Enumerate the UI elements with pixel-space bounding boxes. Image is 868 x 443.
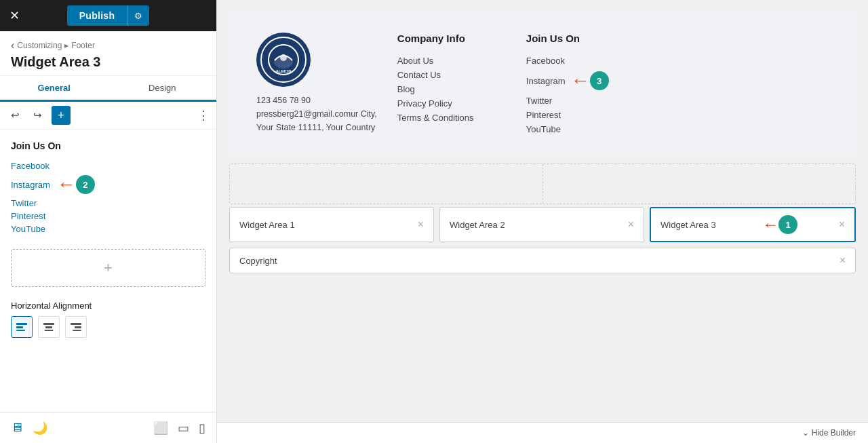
align-center-icon[interactable] [38, 316, 60, 338]
view-icons: ⬜ ▭ ▯ [153, 421, 205, 436]
svg-rect-7 [75, 326, 81, 328]
bottom-bar: 🖥 🌙 ⬜ ▭ ▯ [0, 412, 216, 443]
top-bar: ✕ Publish ⚙ [0, 0, 216, 31]
svg-rect-4 [45, 326, 52, 328]
logo-circle: ALBION [256, 33, 311, 87]
annotation-circle-2: 2 [76, 175, 95, 194]
widget-areas-row: Widget Area 1 × Widget Area 2 × Widget A… [229, 207, 856, 242]
alignment-icons [11, 316, 205, 338]
annotation-circle-3: 3 [590, 71, 609, 90]
alignment-label: Horizontal Alignment [11, 301, 205, 311]
tab-design[interactable]: Design [108, 76, 217, 102]
annotation-2: ← 2 [57, 174, 95, 195]
svg-rect-1 [16, 326, 23, 328]
svg-rect-2 [16, 330, 25, 331]
logo-inner: ALBION [260, 37, 307, 83]
footer-link-blog[interactable]: Blog [397, 82, 506, 96]
footer-link-privacy[interactable]: Privacy Policy [397, 96, 506, 111]
add-widget-button[interactable]: + [11, 249, 205, 287]
footer-preview: ALBION 123 456 78 90 pressberg21@gmail.c… [229, 12, 856, 157]
panel-content: Join Us On Facebook Instagram ← 2 Twitte… [0, 130, 216, 412]
publish-group: Publish ⚙ [67, 5, 150, 26]
svg-rect-6 [71, 323, 81, 325]
footer-nav-links: About Us Contact Us Blog Privacy Policy … [397, 54, 506, 125]
section-title: Join Us On [11, 140, 205, 151]
svg-rect-5 [45, 330, 54, 331]
back-button[interactable]: ‹ [11, 39, 14, 52]
widget-area-3-close[interactable]: × [839, 219, 845, 230]
annotation-3: ← 3 [571, 70, 609, 92]
copyright-close[interactable]: × [840, 255, 846, 266]
annotation-circle-1: 1 [778, 215, 797, 234]
link-instagram[interactable]: Instagram ← 2 [11, 172, 205, 197]
widget-area-1-close[interactable]: × [418, 219, 424, 230]
hide-builder-bar: ⌄ Hide Builder [217, 422, 868, 443]
footer-social-youtube[interactable]: YouTube [526, 122, 621, 136]
social-link-list: Facebook Instagram ← 2 Twitter Pinterest… [11, 159, 205, 235]
widget-area-2-close[interactable]: × [628, 219, 634, 230]
footer-nav-col: Company Info About Us Contact Us Blog Pr… [397, 33, 506, 136]
publish-button[interactable]: Publish [67, 5, 127, 26]
close-button[interactable]: ✕ [9, 9, 20, 22]
social-title: Join Us On [526, 33, 621, 44]
widget-area-2[interactable]: Widget Area 2 × [439, 207, 644, 242]
arrow-icon-1: ← [762, 215, 776, 234]
tabs-row: General Design [0, 76, 216, 102]
svg-rect-3 [43, 323, 54, 325]
hide-builder-button[interactable]: ⌄ Hide Builder [802, 428, 856, 438]
link-facebook[interactable]: Facebook [11, 159, 205, 172]
undo-button[interactable]: ↩ [7, 107, 24, 124]
toolbar: ↩ ↪ + ⋮ [0, 102, 216, 130]
link-pinterest[interactable]: Pinterest [11, 210, 205, 223]
add-button[interactable]: + [52, 106, 71, 125]
breadcrumb-section: Footer [71, 41, 95, 50]
widget-area-1[interactable]: Widget Area 1 × [229, 207, 434, 242]
redo-button[interactable]: ↪ [29, 107, 46, 124]
company-info-title: Company Info [397, 33, 506, 44]
footer-social-instagram[interactable]: Instagram ← 3 [526, 68, 621, 94]
breadcrumb-area: ‹ Customizing ▸ Footer Widget Area 3 [0, 31, 216, 76]
link-youtube[interactable]: YouTube [11, 223, 205, 235]
main-area: ALBION 123 456 78 90 pressberg21@gmail.c… [217, 0, 868, 443]
copyright-row[interactable]: Copyright × [229, 248, 856, 273]
more-button[interactable]: ⋮ [197, 108, 210, 123]
annotation-1-inline: ← 1 [762, 215, 797, 234]
align-left-icon[interactable] [11, 316, 33, 338]
moon-icon[interactable]: 🌙 [33, 421, 47, 436]
align-right-icon[interactable] [65, 316, 87, 338]
breadcrumb: ‹ Customizing ▸ Footer [11, 39, 205, 52]
footer-link-contact[interactable]: Contact Us [397, 68, 506, 82]
mobile-icon[interactable]: ▯ [199, 421, 205, 436]
breadcrumb-separator: ▸ [64, 41, 68, 50]
customizing-label: Customizing [17, 41, 62, 50]
footer-social-twitter[interactable]: Twitter [526, 94, 621, 108]
left-panel: ✕ Publish ⚙ ‹ Customizing ▸ Footer Widge… [0, 0, 217, 443]
tab-general[interactable]: General [0, 76, 108, 102]
footer-link-about[interactable]: About Us [397, 54, 506, 68]
widget-spacer [229, 163, 856, 204]
device-icons: 🖥 🌙 [11, 421, 47, 436]
footer-logo-col: ALBION 123 456 78 90 pressberg21@gmail.c… [256, 33, 377, 136]
footer-social-col: Join Us On Facebook Instagram ← 3 Twitte… [526, 33, 621, 136]
footer-contact: 123 456 78 90 pressberg21@gmail.comur Ci… [256, 94, 377, 134]
arrow-icon-3: ← [571, 70, 587, 92]
svg-rect-0 [16, 323, 27, 325]
tablet-icon[interactable]: ▭ [178, 421, 189, 436]
settings-button[interactable]: ⚙ [127, 5, 149, 26]
desktop-icon[interactable]: 🖥 [11, 421, 23, 436]
svg-text:ALBION: ALBION [276, 69, 292, 73]
footer-link-terms[interactable]: Terms & Conditions [397, 111, 506, 125]
panel-title: Widget Area 3 [11, 54, 205, 70]
footer-social-pinterest[interactable]: Pinterest [526, 108, 621, 122]
footer-social-facebook[interactable]: Facebook [526, 54, 621, 68]
footer-social-links: Facebook Instagram ← 3 Twitter Pinterest… [526, 54, 621, 136]
svg-point-11 [280, 54, 287, 61]
svg-rect-8 [73, 330, 81, 331]
alignment-section: Horizontal Alignment [11, 301, 205, 338]
link-twitter[interactable]: Twitter [11, 197, 205, 210]
widget-area-3[interactable]: Widget Area 3 ← 1 × [650, 207, 856, 242]
monitor-icon[interactable]: ⬜ [153, 421, 168, 436]
arrow-icon-2: ← [57, 174, 73, 195]
